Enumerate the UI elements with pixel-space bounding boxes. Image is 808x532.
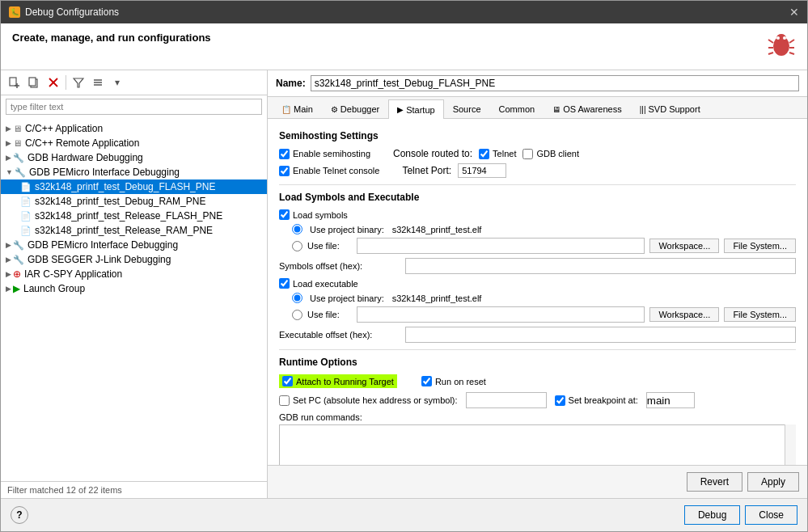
- close-button[interactable]: Close: [745, 505, 797, 525]
- enable-semihosting-checkbox[interactable]: [279, 149, 290, 159]
- use-project-binary-radio[interactable]: [292, 224, 302, 234]
- filter-button[interactable]: [70, 74, 87, 91]
- tree-arrow-gdb-hw: ▶: [6, 154, 11, 162]
- tree-item-cfg4[interactable]: 📄 s32k148_printf_test_Release_RAM_PNE: [1, 223, 267, 238]
- tree-arrow-launch: ▶: [6, 285, 11, 293]
- tab-source-label: Source: [453, 104, 481, 114]
- tab-common[interactable]: Common: [490, 99, 544, 118]
- tab-svd-label: SVD Support: [648, 104, 700, 114]
- help-button[interactable]: ?: [11, 506, 28, 524]
- tab-os-label: OS Awareness: [563, 104, 622, 114]
- window-icon: 🐛: [9, 6, 20, 18]
- gdb-textarea-scrollbar[interactable]: [785, 424, 796, 465]
- filesystem-btn-2[interactable]: File System...: [724, 307, 796, 322]
- console-routed-label: Console routed to:: [393, 148, 472, 159]
- debug-button[interactable]: Debug: [684, 505, 740, 525]
- attach-checkbox[interactable]: [282, 376, 293, 386]
- attach-label: Attach to Running Target: [279, 374, 397, 388]
- tree-icon-cfg2: 📄: [20, 196, 32, 207]
- telnet-label: Telnet: [479, 149, 516, 159]
- tree-arrow-gdb-segger: ▶: [6, 255, 11, 264]
- config-name-input[interactable]: [311, 75, 799, 91]
- telnet-port-input[interactable]: [458, 163, 506, 178]
- title-bar: 🐛 Debug Configurations ✕: [1, 1, 807, 23]
- close-window-button[interactable]: ✕: [789, 6, 799, 19]
- tree-item-cpp-remote[interactable]: ▶ 🖥 C/C++ Remote Application: [1, 136, 267, 150]
- footer-bar: ? Debug Close: [1, 498, 807, 531]
- tree-item-gdb-segger[interactable]: ▶ 🔧 GDB SEGGER J-Link Debugging: [1, 252, 267, 267]
- svg-line-4: [768, 53, 773, 54]
- set-breakpoint-label: Set breakpoint at:: [555, 395, 638, 406]
- tab-os-awareness[interactable]: 🖥 OS Awareness: [544, 99, 631, 118]
- header-text: Create, manage, and run configurations: [12, 32, 211, 44]
- tree-item-cfg2[interactable]: 📄 s32k148_printf_test_Debug_RAM_PNE: [1, 194, 267, 209]
- divider-2: [279, 349, 796, 350]
- tab-source[interactable]: Source: [444, 99, 490, 118]
- workspace-btn-1[interactable]: Workspace...: [649, 239, 719, 253]
- name-label: Name:: [276, 78, 306, 89]
- tab-debugger[interactable]: ⚙ Debugger: [322, 99, 388, 118]
- tree-icon-cfg3: 📄: [20, 211, 32, 222]
- debug-configurations-window: 🐛 Debug Configurations ✕ Create, manage,…: [0, 0, 808, 532]
- use-file2-row: Use file: Workspace... File System...: [279, 306, 796, 323]
- tree-item-gdb-pemicro2[interactable]: ▶ 🔧 GDB PEMicro Interface Debugging: [1, 238, 267, 252]
- filter-input[interactable]: [6, 99, 262, 115]
- page-header: Create, manage, and run configurations: [1, 23, 807, 70]
- enable-telnet-checkbox[interactable]: [279, 166, 290, 176]
- use-file-radio[interactable]: [292, 241, 302, 251]
- tree-item-gdb-pemicro[interactable]: ▼ 🔧 GDB PEMicro Interface Debugging: [1, 165, 267, 179]
- load-symbols-checkbox[interactable]: [279, 209, 290, 220]
- workspace-btn-2[interactable]: Workspace...: [649, 307, 719, 322]
- set-pc-row: Set PC (absolute hex address or symbol):…: [279, 392, 796, 408]
- svd-tab-icon: |||: [640, 105, 646, 114]
- tree-item-gdb-hw[interactable]: ▶ 🔧 GDB Hardware Debugging: [1, 150, 267, 165]
- delete-config-button[interactable]: [44, 74, 62, 91]
- collapse-all-button[interactable]: [89, 74, 107, 91]
- debugger-tab-icon: ⚙: [331, 105, 338, 114]
- duplicate-config-button[interactable]: [25, 74, 43, 91]
- tree-label-cpp-remote: C/C++ Remote Application: [25, 137, 139, 149]
- bottom-bar: Revert Apply: [268, 465, 807, 498]
- symbols-offset-input[interactable]: [405, 258, 796, 274]
- use-file-input[interactable]: [357, 238, 645, 254]
- load-executable-label: Load executable: [279, 278, 358, 289]
- set-pc-input[interactable]: [466, 392, 547, 408]
- use-file2-radio[interactable]: [292, 310, 302, 320]
- set-breakpoint-checkbox[interactable]: [555, 395, 565, 406]
- set-pc-checkbox[interactable]: [279, 395, 290, 406]
- tree-label-cpp-app: C/C++ Application: [25, 123, 103, 134]
- tree-icon-gdb-segger: 🔧: [13, 255, 24, 265]
- apply-button[interactable]: Apply: [747, 472, 799, 492]
- tab-main-label: Main: [294, 104, 313, 114]
- tab-startup[interactable]: ▶ Startup: [388, 99, 443, 119]
- use-project-binary-label: Use project binary:: [310, 225, 384, 234]
- use-file2-input[interactable]: [357, 306, 645, 323]
- executable-offset-input[interactable]: [405, 327, 796, 343]
- tree-item-cfg3[interactable]: 📄 s32k148_printf_test_Release_FLASH_PNE: [1, 209, 267, 223]
- config-area: Semihosting Settings Enable semihosting …: [268, 119, 807, 465]
- telnet-checkbox[interactable]: [479, 149, 489, 159]
- tab-svd-support[interactable]: ||| SVD Support: [631, 99, 709, 118]
- tree-icon-cfg1: 📄: [20, 182, 32, 192]
- tree-icon-gdb-pemicro: 🔧: [15, 167, 26, 178]
- run-on-reset-checkbox[interactable]: [421, 376, 432, 386]
- revert-button[interactable]: Revert: [687, 472, 742, 492]
- tree-item-cfg1[interactable]: 📄 s32k148_printf_test_Debug_FLASH_PNE: [1, 179, 267, 194]
- gdb-client-checkbox[interactable]: [522, 149, 533, 159]
- tree-item-iar-cspy[interactable]: ▶ ⊕ IAR C-SPY Application: [1, 267, 267, 281]
- gdb-commands-textarea[interactable]: [279, 424, 796, 465]
- tree-label-gdb-segger: GDB SEGGER J-Link Debugging: [27, 254, 171, 265]
- tree-item-cpp-app[interactable]: ▶ 🖥 C/C++ Application: [1, 121, 267, 136]
- tab-main[interactable]: 📋 Main: [273, 99, 322, 118]
- enable-telnet-label: Enable Telnet console: [279, 166, 379, 176]
- load-executable-checkbox[interactable]: [279, 278, 290, 289]
- run-on-reset-label: Run on reset: [421, 376, 486, 386]
- filesystem-btn-1[interactable]: File System...: [724, 239, 796, 253]
- use-project-binary2-radio[interactable]: [292, 293, 302, 303]
- new-config-button[interactable]: [6, 74, 23, 91]
- view-menu-button[interactable]: ▾: [108, 74, 126, 91]
- load-symbols-row: Load symbols: [279, 209, 796, 220]
- bug-decoration-icon: [767, 30, 796, 59]
- tree-item-launch[interactable]: ▶ ▶ Launch Group: [1, 281, 267, 296]
- set-breakpoint-input[interactable]: [646, 392, 695, 408]
